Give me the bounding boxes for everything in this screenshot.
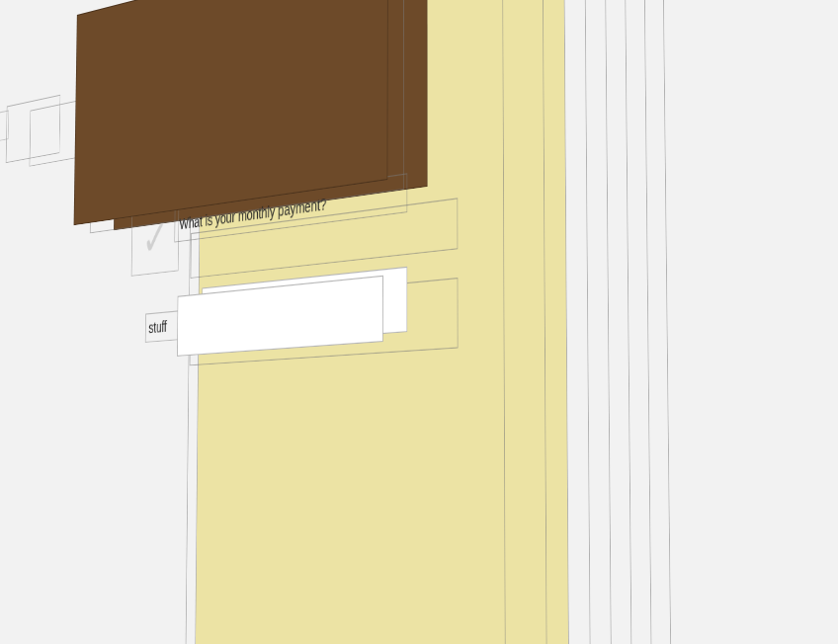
navbar-outline-2 bbox=[6, 95, 61, 164]
field-label: stuff bbox=[146, 318, 167, 337]
